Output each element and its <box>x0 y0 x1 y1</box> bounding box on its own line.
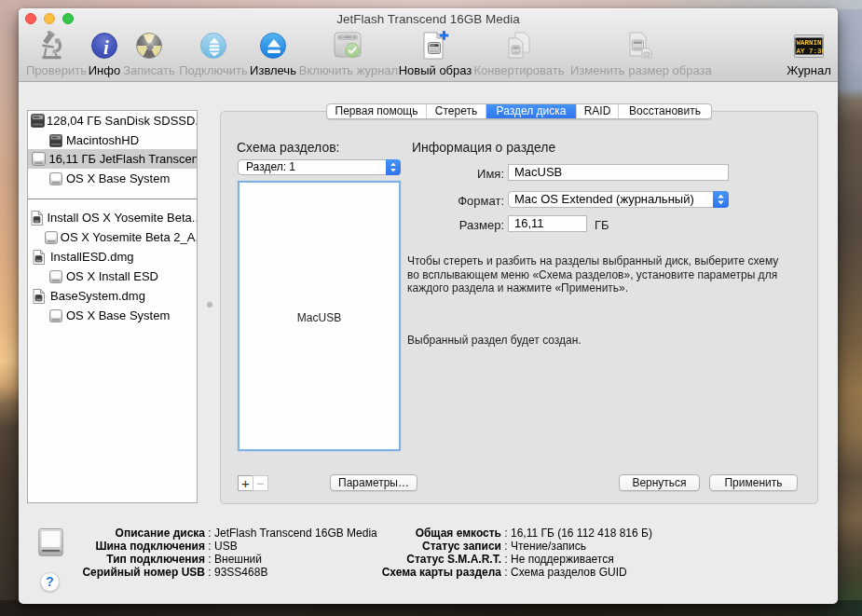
svg-text:AY 7:36: AY 7:36 <box>797 47 825 54</box>
svg-text:WARNIN: WARNIN <box>797 39 822 47</box>
svg-text:i: i <box>103 36 109 59</box>
